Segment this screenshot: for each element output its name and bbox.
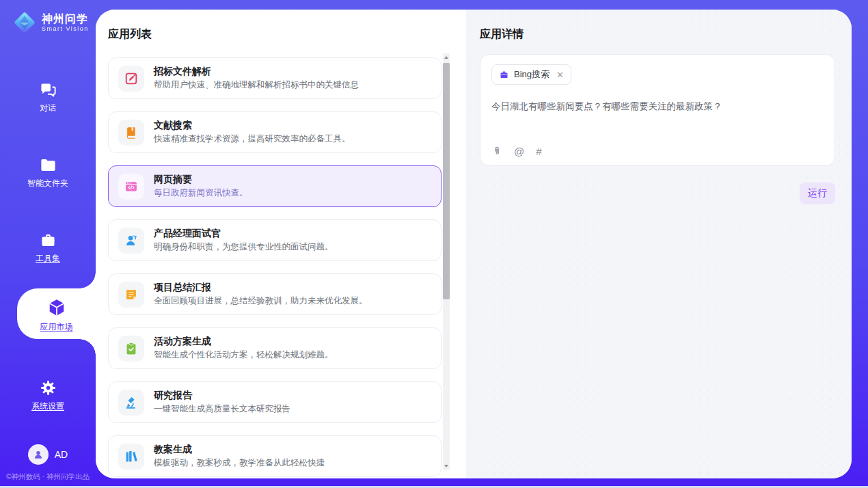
sidebar: 神州问学 Smart Vision 对话 智能文件夹 工具集 应用市场 系统设置… — [0, 0, 96, 488]
app-card-title: 产品经理面试官 — [154, 228, 334, 239]
app-card-desc: 明确身份和职责，为您提供专业性的面试问题。 — [154, 242, 334, 253]
clipboard-icon — [118, 336, 144, 362]
app-card-title: 招标文件解析 — [154, 66, 359, 77]
brand-tagline: Smart Vision — [42, 25, 89, 32]
sidebar-item-2[interactable]: 智能文件夹 — [0, 149, 96, 194]
sidebar-item-5[interactable]: 系统设置 — [0, 372, 96, 417]
note-icon — [118, 282, 144, 308]
sidebar-item-4[interactable]: 应用市场 — [17, 288, 96, 339]
app-card-desc: 一键智能生成高质量长文本研究报告 — [154, 404, 290, 415]
gear-icon — [39, 379, 57, 397]
sidebar-item-label: 智能文件夹 — [27, 179, 68, 187]
app-card-title: 网页摘要 — [154, 174, 248, 185]
hash-icon[interactable]: # — [536, 146, 541, 157]
user-initials: AD — [55, 449, 68, 460]
app-card[interactable]: 研究报告 一键智能生成高质量长文本研究报告 — [108, 381, 442, 423]
app-list: 招标文件解析 帮助用户快速、准确地理解和解析招标书中的关键信息 文献搜索 快速精… — [108, 57, 442, 478]
brand-name: 神州问学 — [42, 13, 89, 25]
app-list-title: 应用列表 — [108, 27, 152, 42]
scrollbar[interactable] — [443, 53, 450, 470]
app-card-desc: 智能生成个性化活动方案，轻松解决规划难题。 — [154, 350, 334, 361]
app-card-title: 项目总结汇报 — [154, 282, 368, 293]
sidebar-item-label: 对话 — [40, 104, 56, 112]
book-icon — [118, 120, 144, 146]
app-card-title: 活动方案生成 — [154, 336, 334, 347]
scrollbar-thumb[interactable] — [443, 63, 450, 299]
scroll-up-icon[interactable] — [443, 53, 450, 62]
mention-icon[interactable]: @ — [514, 146, 524, 157]
tool-tag-bing[interactable]: Bing搜索 ✕ — [491, 64, 571, 85]
scroll-down-icon[interactable] — [443, 462, 450, 470]
app-card-title: 研究报告 — [154, 390, 290, 401]
query-input[interactable]: 今日湖北有哪些新闻要点？有哪些需要关注的最新政策？ — [491, 100, 824, 113]
sidebar-item-label: 应用市场 — [40, 323, 73, 331]
sidebar-item-label: 工具集 — [36, 254, 60, 262]
app-card-title: 教案生成 — [154, 444, 325, 455]
avatar — [28, 444, 49, 465]
sidebar-item-1[interactable]: 对话 — [0, 74, 96, 119]
app-card-desc: 帮助用户快速、准确地理解和解析招标书中的关键信息 — [154, 80, 359, 91]
app-logo: 神州问学 Smart Vision — [12, 10, 89, 35]
app-card[interactable]: 产品经理面试官 明确身份和职责，为您提供专业性的面试问题。 — [108, 219, 442, 261]
sidebar-item-label: 系统设置 — [31, 402, 64, 410]
person-icon — [32, 448, 44, 461]
prompt-card[interactable]: Bing搜索 ✕ 今日湖北有哪些新闻要点？有哪些需要关注的最新政策？ @ # — [480, 54, 835, 166]
browser-icon — [118, 174, 144, 200]
chat-icon — [39, 81, 57, 99]
close-icon[interactable]: ✕ — [556, 70, 564, 79]
app-card-desc: 模板驱动，教案秒成，教学准备从此轻松快捷 — [154, 458, 325, 469]
brand-diamond-icon — [12, 10, 37, 35]
app-card-desc: 全面回顾项目进展，总结经验教训，助力未来优化发展。 — [154, 296, 368, 307]
app-card[interactable]: 文献搜索 快速精准查找学术资源，提高研究效率的必备工具。 — [108, 111, 442, 153]
tool-tag-label: Bing搜索 — [514, 68, 550, 81]
app-detail-panel: 应用详情 Bing搜索 ✕ 今日湖北有哪些新闻要点？有哪些需要关注的最新政策？ … — [466, 10, 852, 478]
app-card-desc: 每日政府新闻资讯快查。 — [154, 188, 248, 199]
cube-icon — [46, 297, 67, 318]
app-list-panel: 应用列表 招标文件解析 帮助用户快速、准确地理解和解析招标书中的关键信息 文献搜… — [96, 10, 466, 478]
copyright-text: ©神州数码 · 神州问学出品 — [0, 472, 96, 482]
app-card-title: 文献搜索 — [154, 120, 351, 131]
interviewer-icon — [118, 228, 144, 254]
microscope-icon — [118, 390, 144, 416]
toolbox-icon — [39, 231, 57, 249]
folder-icon — [39, 156, 57, 174]
sidebar-item-3[interactable]: 工具集 — [0, 224, 96, 269]
run-button[interactable]: 运行 — [800, 182, 835, 204]
attachment-icon[interactable] — [491, 146, 502, 157]
edit-doc-icon — [118, 66, 144, 92]
briefcase-icon — [499, 70, 509, 80]
app-card-desc: 快速精准查找学术资源，提高研究效率的必备工具。 — [154, 134, 351, 145]
sidebar-nav: 对话 智能文件夹 工具集 应用市场 系统设置 — [0, 74, 96, 417]
app-card[interactable]: 网页摘要 每日政府新闻资讯快查。 — [108, 165, 442, 207]
app-card[interactable]: 教案生成 模板驱动，教案秒成，教学准备从此轻松快捷 — [108, 435, 442, 477]
main-surface: 应用列表 招标文件解析 帮助用户快速、准确地理解和解析招标书中的关键信息 文献搜… — [96, 10, 852, 478]
user-row[interactable]: AD — [0, 444, 96, 465]
app-card[interactable]: 招标文件解析 帮助用户快速、准确地理解和解析招标书中的关键信息 — [108, 57, 442, 99]
input-toolbar: @ # — [491, 146, 542, 157]
app-card[interactable]: 项目总结汇报 全面回顾项目进展，总结经验教训，助力未来优化发展。 — [108, 273, 442, 315]
app-card[interactable]: 活动方案生成 智能生成个性化活动方案，轻松解决规划难题。 — [108, 327, 442, 369]
app-detail-title: 应用详情 — [480, 27, 835, 42]
books-icon — [118, 444, 144, 470]
